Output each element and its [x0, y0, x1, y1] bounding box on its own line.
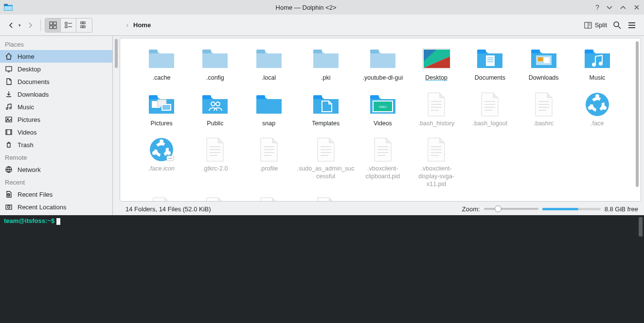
sidebar-item-home[interactable]: Home: [0, 50, 112, 63]
file-item[interactable]: [135, 195, 188, 201]
file-icon: [147, 197, 176, 201]
file-icon: [368, 136, 397, 163]
file-item[interactable]: .bash_history: [410, 89, 463, 132]
trash-icon: [5, 141, 13, 149]
svg-rect-47: [486, 55, 495, 66]
file-item[interactable]: .sudo_as_admin_successful: [296, 134, 356, 192]
file-icon: [254, 45, 284, 72]
file-item[interactable]: Documents: [463, 43, 517, 86]
file-item[interactable]: Pictures: [135, 89, 188, 132]
content-scrollbar[interactable]: [634, 38, 641, 201]
file-label: Public: [207, 120, 223, 128]
forward-button[interactable]: [24, 19, 36, 32]
recent-locations-icon: [5, 203, 13, 211]
file-icon: [254, 91, 284, 118]
svg-rect-63: [202, 95, 211, 99]
file-item[interactable]: .pki: [296, 43, 356, 86]
window-title: Home — Dolphin <2>: [17, 4, 595, 11]
file-item[interactable]: .gtkrc-2.0: [188, 134, 242, 192]
file-item[interactable]: [296, 195, 356, 201]
search-icon: [613, 21, 622, 30]
file-item[interactable]: Templates: [296, 89, 356, 132]
sidebar-item-music[interactable]: Music: [0, 101, 112, 113]
details-view-button[interactable]: [76, 18, 92, 32]
svg-rect-24: [6, 67, 12, 71]
close-button[interactable]: [633, 4, 640, 11]
terminal-panel[interactable]: team@itsfoss:~$: [0, 215, 644, 323]
file-icon: VIDEO: [368, 91, 397, 118]
back-history-dropdown[interactable]: ▾: [18, 23, 21, 28]
svg-rect-46: [477, 50, 486, 53]
file-item[interactable]: .bash_logout: [463, 89, 517, 132]
file-item[interactable]: Music: [571, 43, 624, 86]
file-item[interactable]: .profile: [242, 134, 296, 192]
file-item[interactable]: VIDEOVideos: [356, 89, 410, 132]
svg-rect-53: [538, 57, 543, 61]
file-icon: [311, 45, 340, 72]
sidebar-item-trash[interactable]: Trash: [0, 138, 112, 151]
zoom-slider[interactable]: [484, 208, 538, 210]
maximize-button[interactable]: [620, 4, 626, 11]
svg-rect-37: [149, 50, 158, 53]
minimize-button[interactable]: [606, 4, 613, 11]
back-button[interactable]: [5, 19, 18, 32]
file-label: .pki: [321, 74, 330, 82]
file-item[interactable]: .face: [571, 89, 624, 132]
file-item[interactable]: snap: [242, 89, 296, 132]
file-label: .profile: [260, 165, 278, 173]
file-item[interactable]: Downloads: [517, 43, 571, 86]
menu-button[interactable]: [625, 18, 639, 33]
sidebar-item-documents[interactable]: Documents: [0, 75, 112, 88]
icons-view-button[interactable]: [45, 18, 61, 32]
hamburger-icon: [627, 21, 636, 30]
file-icon: [422, 136, 451, 163]
svg-point-56: [592, 63, 596, 67]
file-item[interactable]: .vboxclient-clipboard.pid: [356, 134, 410, 192]
file-item[interactable]: [188, 195, 242, 201]
icon-grid[interactable]: .cache.config.local.pki.youtube-dl-guiDe…: [120, 38, 634, 201]
file-item[interactable]: .face.icon: [135, 134, 188, 192]
sidebar-item-recent-locations[interactable]: Recent Locations: [0, 201, 112, 213]
file-label: Desktop: [425, 74, 447, 82]
split-icon: [584, 21, 592, 29]
file-icon: [422, 45, 451, 72]
svg-rect-66: [256, 95, 265, 99]
file-item[interactable]: .bashrc: [517, 89, 571, 132]
file-item[interactable]: .cache: [135, 43, 188, 86]
sidebar-item-videos[interactable]: Videos: [0, 126, 112, 138]
search-button[interactable]: [610, 18, 625, 33]
breadcrumb[interactable]: › Home: [126, 21, 151, 29]
file-item[interactable]: Public: [188, 89, 242, 132]
terminal-scrollbar[interactable]: [639, 217, 643, 237]
file-item[interactable]: [242, 195, 296, 201]
file-item[interactable]: .config: [188, 43, 242, 86]
file-label: .sudo_as_admin_successful: [297, 165, 355, 180]
sidebar-item-pictures[interactable]: Pictures: [0, 113, 112, 126]
file-item[interactable]: .vboxclient-display-svga-x11.pid: [410, 134, 463, 192]
file-label: .vboxclient-clipboard.pid: [357, 165, 409, 180]
file-label: .config: [206, 74, 224, 82]
svg-rect-5: [50, 26, 53, 29]
file-label: .local: [262, 74, 276, 82]
split-button[interactable]: Split: [581, 19, 610, 31]
sidebar-item-desktop[interactable]: Desktop: [0, 63, 112, 75]
file-icon: [475, 91, 504, 118]
svg-rect-54: [544, 57, 550, 63]
home-icon: [5, 52, 13, 60]
sidebar-item-recent-files[interactable]: Recent Files: [0, 188, 112, 201]
help-button[interactable]: ?: [595, 3, 599, 11]
file-icon: [368, 45, 397, 72]
sidebar-scrollbar[interactable]: [113, 36, 120, 215]
sidebar-item-network[interactable]: Network: [0, 163, 112, 176]
file-item[interactable]: .youtube-dl-gui: [356, 43, 410, 86]
svg-point-26: [6, 108, 8, 110]
file-item[interactable]: Desktop: [410, 43, 463, 86]
compact-view-button[interactable]: [61, 18, 76, 32]
file-label: Downloads: [529, 74, 559, 82]
file-item[interactable]: .local: [242, 43, 296, 86]
sidebar-item-downloads[interactable]: Downloads: [0, 88, 112, 101]
file-label: .face: [590, 120, 604, 128]
breadcrumb-home[interactable]: Home: [133, 21, 151, 29]
file-icon: [583, 91, 612, 118]
svg-rect-11: [81, 22, 83, 24]
